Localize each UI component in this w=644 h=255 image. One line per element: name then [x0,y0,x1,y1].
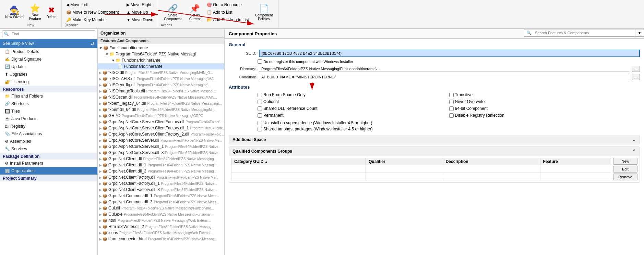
tree-row-grpc-netclientfact[interactable]: ▶ 📦 Grpc.Net.ClientFactory.dll ProgramFi… [98,174,224,180]
condition-input[interactable] [259,74,629,80]
edit-qualified-button[interactable]: Edit [613,166,637,173]
col-category-guid[interactable]: Category GUID ▲ [231,158,366,165]
tree-row-grpc-netclientfact1[interactable]: ▶ 📦 Grpc.Net.ClientFactory.dll_1 Program… [98,180,224,187]
new-feature-button[interactable]: ⭐ NewFeature [27,2,43,22]
new-group-label: New [27,23,34,27]
add-to-list-button[interactable]: 📋 Add to List [205,9,251,16]
no-register-checkbox[interactable] [258,59,262,64]
tree-row-fxisoendrlg[interactable]: ▶ 📦 fxISOenrdlg.dll ProgramFiles64Folder… [98,82,224,88]
tree-row-fxoemdll[interactable]: ▶ 📦 fxoemdll_64.dll ProgramFiles64Folder… [98,106,224,113]
feature-search-input[interactable] [534,30,635,36]
sidebar-item-product-details[interactable]: 📋 Product Details [0,48,97,55]
tree-row-grpc-asp-dll3[interactable]: ▶ 📦 Grpc.AspNetCore.Server.dll_3 Program… [98,150,224,156]
sidebar-item-licensing[interactable]: 🔐 Licensing [0,78,97,86]
tree-row-funzionario-folder[interactable]: ▼ 📁 FunzionarioItinerante [98,57,224,63]
attr-shared-dll-checkbox[interactable] [258,106,262,111]
go-to-resource-button[interactable]: 🎯 Go to Resource [205,1,251,8]
sidebar-item-services[interactable]: 🔧 Services [0,145,97,153]
sidebar-item-shortcuts[interactable]: 🔗 Shortcuts [0,100,97,107]
tree-row-fxisoscan[interactable]: ▶ 📦 fxISOscan.dll ProgramFiles64Folder\I… [98,94,224,100]
qualified-components-header[interactable]: Qualified Components Groups ⌃ [229,147,640,156]
tree-row-grpc-netclient3[interactable]: ▶ 📦 Grpc.Net.Client.dll_3 ProgramFiles64… [98,168,224,174]
tree-row-grpc-asp-dll1[interactable]: ▶ 📦 Grpc.AspNetCore.Server.dll_1 Program… [98,143,224,150]
remove-qualified-button[interactable]: Remove [613,174,637,180]
new-wizard-button[interactable]: 🧙 New Wizard [3,4,26,20]
new-qualified-button[interactable]: New [613,158,637,165]
tree-row-fxiso-afis[interactable]: ▶ 📦 fxISO_AFIS.dll ProgramFiles64Folder\… [98,76,224,82]
tree-row-grpc-asp3[interactable]: ▶ 📦 Grpc.AspNetCore.Server.ClientFactory… [98,131,224,137]
directory-input[interactable] [259,66,629,72]
tree-row-guidll[interactable]: ▶ 📦 Gui.dll ProgramFiles64Folder\IPZS Na… [98,205,224,211]
tree-row-guiexe[interactable]: ▶ 📦 Gui.exe ProgramFiles64Folder\IPZS Na… [98,211,224,217]
general-section: General GUID: Do not register this compo… [225,39,644,81]
sidebar-item-install-parameters[interactable]: ⚙ Install Parameters [0,160,97,167]
condition-browse-button[interactable]: ... [632,74,640,80]
tree-row-grpc-asp1[interactable]: ▶ 📦 Grpc.AspNetCore.Server.ClientFactory… [98,119,224,125]
sidebar-search-input[interactable] [10,31,95,37]
add-children-button[interactable]: 📂 Add Children to List [205,16,251,23]
attr-never-overwrite: Never Overwrite [449,99,640,105]
sidebar-item-upgrades[interactable]: ⬆ Upgrades [0,71,97,78]
tree-row-funzionario-selected[interactable]: 📄 FunzionarioItinerante [98,63,224,69]
tree-row-grpc-netclient[interactable]: ▶ 📦 Grpc.Net.Client.dll ProgramFiles64Fo… [98,156,224,162]
sidebar-item-registry[interactable]: 🗂 Registry [0,123,97,130]
tree-row-funzionario-top[interactable]: ▼ 📦 FunzionarioItinerante [98,45,224,51]
tree-row-grpc-asp2[interactable]: ▶ 📦 Grpc.AspNetCore.Server.ClientFactory… [98,125,224,131]
tree-row-grpc[interactable]: ▶ 📦 GRPC ProgramFiles64Folder\IPZS Nativ… [98,113,224,119]
tree-row-iframeconn[interactable]: ▶ 📦 iframeconnector.html ProgramFiles64F… [98,236,224,242]
java-products-icon: ☕ [5,116,10,121]
additional-space-header[interactable]: Additional Space ⌄ [229,135,640,144]
col-description[interactable]: Description [443,158,540,165]
move-to-new-component-button[interactable]: 📦 Move to New Component [64,9,120,16]
general-title: General [225,40,644,49]
col-qualifier[interactable]: Qualifier [366,158,443,165]
sidebar-item-tiles[interactable]: 🔲 Tiles [0,107,97,115]
move-left-button[interactable]: ◀ Move Left [64,1,120,8]
attr-never-overwrite-checkbox[interactable] [449,100,454,104]
sidebar-item-organization[interactable]: 🏢 Organization [0,167,97,175]
attr-optional-checkbox[interactable] [258,100,262,104]
tree-row-html[interactable]: ▶ 📦 html ProgramFiles64Folder\IPZS Nativ… [98,217,224,224]
attr-run-from-source-checkbox[interactable] [258,93,262,97]
attr-transitive-checkbox[interactable] [449,93,454,97]
sidebar-item-assemblies[interactable]: ⚙ Assemblies [0,138,97,145]
tree-row-grpc-netcommon1[interactable]: ▶ 📦 Grpc.Net.Common.dll_1 ProgramFiles64… [98,193,224,199]
directory-browse-button[interactable]: ... [632,66,640,72]
attr-64bit-checkbox[interactable] [449,106,454,111]
tree-row-fxiso[interactable]: ▶ 📦 fxISO.dll ProgramFiles64Folder\IPZS … [98,69,224,76]
guid-input[interactable] [259,50,640,57]
col-feature[interactable]: Feature [540,158,611,165]
tree-row-grpc-aspserver[interactable]: ▶ 📦 Grpc.AspNetCore.Server.dll ProgramFi… [98,137,224,143]
tree-row-fxisoimage[interactable]: ▶ 📦 fxISOImageTools.dll ProgramFiles64Fo… [98,88,224,94]
guid-label: GUID: [229,51,256,55]
make-key-member-button[interactable]: 🔑 Make Key Member [64,16,120,23]
set-as-current-button[interactable]: 📌 Set asCurrent [186,2,204,22]
sidebar-item-digital-signature[interactable]: ✍ Digital Signature [0,55,97,63]
tree-row-icons[interactable]: ▶ 📦 icons ProgramFiles64Folder\IPZS Nati… [98,230,224,236]
sidebar-item-files-and-folders[interactable]: 📁 Files and Folders [0,92,97,100]
tree-row-programfiles[interactable]: ▼ 📁 ProgramFiles64Folder\IPZS Native Mes… [98,51,224,57]
search-glass-icon: 🔍 [524,29,534,36]
see-simple-view-button[interactable]: See Simple View ⇄ [0,39,97,48]
attr-uninstall-checkbox[interactable] [258,121,262,125]
tree-row-fxoem-legacy[interactable]: ▶ 📦 fxoem_legacy_64.dll ProgramFiles64Fo… [98,100,224,106]
search-dropdown-button[interactable]: ▼ [635,29,644,36]
sidebar-item-file-associations[interactable]: 📎 File Associations [0,130,97,138]
attr-disable-registry-checkbox[interactable] [449,113,454,118]
sidebar-item-java-products[interactable]: ☕ Java Products [0,115,97,123]
tree-row-grpc-netcommon3[interactable]: ▶ 📦 Grpc.Net.Common.dll_3 ProgramFiles64… [98,199,224,205]
tree-row-htmtextwriter[interactable]: ▶ 📦 HtmTextWriter.dll_2 ProgramFiles64Fo… [98,224,224,230]
attr-permanent-checkbox[interactable] [258,113,262,118]
tree-row-grpc-netclientfact3[interactable]: ▶ 📦 Grpc.Net.ClientFactory.dll_3 Program… [98,187,224,193]
move-right-button[interactable]: ▶ Move Right [125,1,155,8]
move-up-button[interactable]: ▲ Move Up [125,9,155,16]
share-component-button[interactable]: 🔗 ShareComponent [161,2,185,22]
tree-row-grpc-netclient1[interactable]: ▶ 📦 Grpc.Net.Client.dll_1 ProgramFiles64… [98,162,224,168]
actions-group-label: Actions [161,23,276,27]
right-panel: 🔍 ▼ Component Properties General GUID: D… [225,29,644,255]
component-policies-button[interactable]: 📄 ComponentPolicies [252,2,276,22]
move-down-button[interactable]: ▼ Move Down [125,16,155,23]
sidebar-item-updater[interactable]: 🔄 Updater [0,63,97,71]
attr-shared-amongst-checkbox[interactable] [258,127,262,131]
delete-button[interactable]: ✖ Delete [44,4,59,20]
